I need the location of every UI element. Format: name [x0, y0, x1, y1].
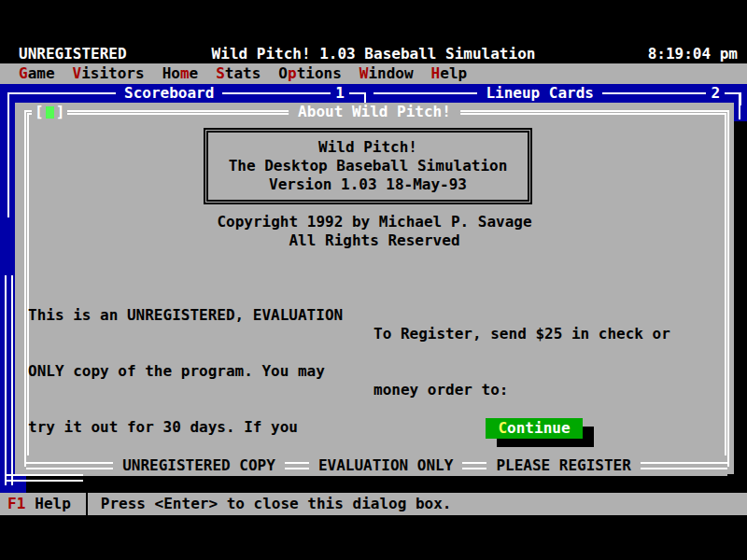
menu-item-window[interactable]: Window [359, 64, 414, 83]
window-title: Lineup Cards [477, 84, 602, 103]
menu-label: indow [368, 64, 413, 82]
notice-line: you'll have to register. When you [28, 530, 375, 549]
dialog-close-button[interactable]: [ ] [32, 103, 67, 121]
help-label[interactable]: Help [35, 495, 71, 513]
program-name: Wild Pitch! [208, 138, 528, 157]
border-line [7, 92, 116, 94]
window-number: 2 [706, 84, 725, 103]
about-info-box: Wild Pitch! The Desktop Baseball Simulat… [204, 128, 532, 204]
status-message: Press <Enter> to close this dialog box. [101, 495, 452, 513]
program-version: Version 1.03 18-May-93 [208, 175, 528, 194]
menu-item-options[interactable]: Options [278, 64, 341, 83]
menu-hotkey: W [359, 64, 369, 82]
border-line [602, 92, 706, 94]
menu-hotkey: m [180, 64, 190, 82]
menu-item-game[interactable]: Game [19, 64, 55, 83]
bracket-glyph: ] [56, 103, 65, 121]
program-subtitle: The Desktop Baseball Simulation [208, 157, 528, 175]
continue-button[interactable]: Continue [486, 418, 583, 439]
menu-hotkey: G [19, 64, 28, 82]
crt-screen: { "colors": { "background": "#000000", "… [0, 0, 747, 560]
register-line: To Register, send $25 in check or [374, 325, 684, 343]
menu-bar: Game Visitors Home Stats Options Window … [0, 63, 747, 84]
about-dialog: [ ] About Wild Pitch! Wild Pitch! The De… [15, 103, 734, 474]
button-hotkey: C [498, 419, 507, 437]
status-bar: F1 Help Press <Enter> to close this dial… [0, 493, 747, 515]
menu-hotkey: p [288, 64, 297, 82]
menu-label: tats [225, 64, 261, 82]
footer-text-unregistered: UNREGISTERED COPY [113, 456, 285, 475]
rights-line: All Rights Reserved [15, 231, 734, 250]
menu-label: e [190, 64, 199, 82]
window-number: 1 [331, 84, 349, 103]
menu-label: Ho [162, 64, 180, 82]
registration-status: UNREGISTERED [19, 45, 127, 63]
border-line [285, 462, 309, 469]
notice-line: This is an UNREGISTERED, EVALUATION [28, 306, 375, 325]
footer-text-register: PLEASE REGISTER [486, 456, 641, 475]
menu-label: elp [440, 64, 467, 82]
border-line [222, 92, 331, 94]
bracket-glyph: [ [35, 103, 44, 121]
menu-hotkey: H [431, 64, 441, 82]
button-label: ontinue [507, 419, 570, 437]
app-title: Wild Pitch! 1.03 Baseball Simulation [212, 45, 536, 63]
footer-text-evaluation: EVALUATION ONLY [309, 456, 463, 475]
menu-label: isitors [81, 64, 144, 82]
menu-hotkey: V [73, 64, 82, 82]
register-address: PO Box 536, Glen Ridge, NJ 07028 [374, 549, 684, 560]
window-border-fragment [7, 93, 9, 217]
menu-label: ame [28, 64, 55, 82]
desktop: Scoreboard 1 Lineup Cards 2 [ ] About Wi… [0, 84, 747, 493]
copyright-block: Copyright 1992 by Michael P. Savage All … [15, 213, 734, 250]
status-divider [86, 493, 88, 515]
window-border-fragment [739, 93, 740, 119]
window-scoreboard-titlebar[interactable]: Scoreboard 1 [7, 84, 366, 103]
dialog-shadow [734, 121, 747, 493]
notice-line: try it out for 30 days. If you [28, 418, 375, 437]
dialog-footer-border: UNREGISTERED COPY EVALUATION ONLY PLEASE… [26, 455, 727, 476]
register-line: money order to: [374, 381, 684, 399]
menu-item-help[interactable]: Help [431, 64, 468, 83]
border-line [26, 462, 113, 469]
notice-line: ONLY copy of the program. You may [28, 362, 375, 381]
menu-item-stats[interactable]: Stats [216, 64, 261, 83]
window-border-fragment [5, 474, 83, 482]
border-line [462, 462, 486, 469]
menu-item-visitors[interactable]: Visitors [73, 64, 145, 83]
title-bar: UNREGISTERED Wild Pitch! 1.03 Baseball S… [0, 45, 747, 63]
dialog-title: About Wild Pitch! [289, 103, 460, 121]
evaluation-notice: This is an UNREGISTERED, EVALUATION ONLY… [28, 269, 375, 560]
window-title: Scoreboard [116, 84, 222, 103]
close-icon [46, 106, 54, 119]
window-border-fragment [5, 275, 13, 485]
f1-key-label[interactable]: F1 [7, 495, 25, 513]
menu-label: tions [297, 64, 342, 82]
window-lineup-cards-titlebar[interactable]: Lineup Cards 2 [374, 84, 741, 103]
menu-label: O [278, 64, 288, 82]
border-line [349, 92, 364, 94]
border-line [641, 462, 727, 469]
border-line [374, 92, 477, 94]
menu-item-home[interactable]: Home [162, 64, 199, 83]
copyright-line: Copyright 1992 by Michael P. Savage [15, 213, 734, 231]
clock: 8:19:04 pm [648, 45, 738, 63]
border-line [725, 92, 740, 94]
menu-hotkey: S [216, 64, 225, 82]
